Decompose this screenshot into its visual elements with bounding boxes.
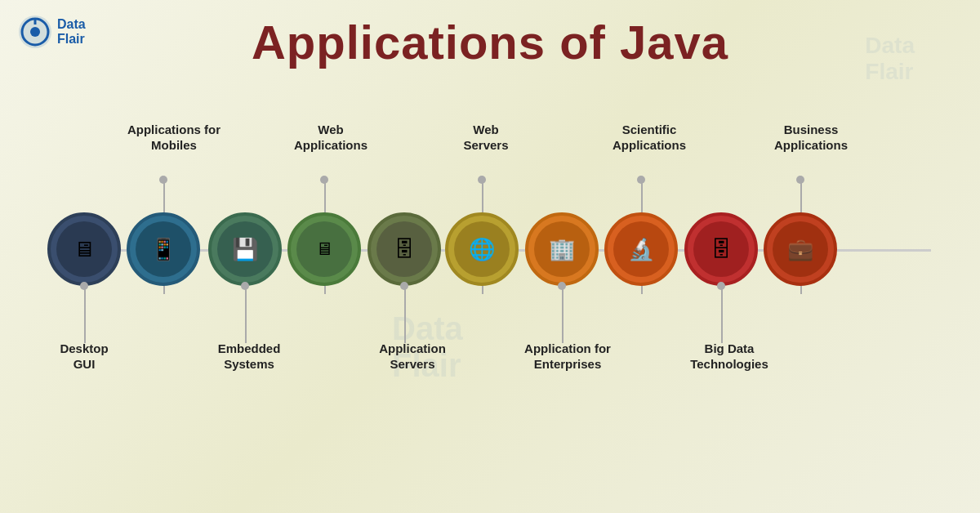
logo-data: Data <box>57 17 86 32</box>
node-icon-9: 💼 <box>773 221 828 277</box>
node-icon-8: 🗄 <box>693 221 749 277</box>
node-circle-6: 🏢 <box>525 212 599 286</box>
logo-flair: Flair <box>57 32 86 47</box>
node-circle-2: 💾 <box>208 212 282 286</box>
node-circle-5: 🌐 <box>445 212 519 286</box>
node-big-data: 🗄 <box>684 212 758 286</box>
dot-3-top <box>320 176 328 184</box>
vline-4-down <box>404 286 406 343</box>
node-icon-5: 🌐 <box>454 221 510 277</box>
node-icon-3: 🖥 <box>296 221 352 277</box>
dot-0 <box>80 282 88 290</box>
node-circle-7: 🔬 <box>604 212 678 286</box>
logo-text: Data Flair <box>57 17 86 46</box>
node-enterprises: 🏢 <box>525 212 599 286</box>
label-scientific: ScientificApplications <box>596 123 702 154</box>
dot-8 <box>717 282 725 290</box>
node-icon-1: 📱 <box>136 221 191 277</box>
dot-7-top <box>637 176 645 184</box>
label-web-apps: WebApplications <box>278 123 384 154</box>
label-desktop-gui: DesktopGUI <box>31 341 137 372</box>
logo-icon <box>18 15 52 49</box>
node-icon-0: 🖥 <box>56 221 112 277</box>
node-circle-0: 🖥 <box>47 212 121 286</box>
dot-4 <box>400 282 408 290</box>
vline-6-down <box>562 286 564 343</box>
node-circle-4: 🗄 <box>368 212 441 286</box>
main-title: Applications of Java <box>0 0 980 69</box>
node-icon-7: 🔬 <box>613 221 669 277</box>
node-scientific: 🔬 <box>604 212 678 286</box>
label-big-data: Big DataTechnologies <box>676 341 782 372</box>
node-desktop-gui: 🖥 <box>47 212 121 286</box>
node-circle-9: 💼 <box>764 212 837 286</box>
node-embedded: 💾 <box>208 212 282 286</box>
node-business-apps: 💼 <box>764 212 837 286</box>
dot-2 <box>241 282 249 290</box>
svg-point-2 <box>30 27 40 37</box>
logo: Data Flair <box>18 15 86 49</box>
node-icon-6: 🏢 <box>534 221 590 277</box>
dot-1-top <box>159 176 167 184</box>
dot-6 <box>558 282 566 290</box>
label-app-servers: ApplicationServers <box>359 341 466 372</box>
label-embedded: EmbeddedSystems <box>196 341 302 372</box>
node-web-apps: 🖥 <box>287 212 361 286</box>
node-circle-8: 🗄 <box>684 212 758 286</box>
node-circle-1: 📱 <box>127 212 200 286</box>
node-circle-3: 🖥 <box>287 212 361 286</box>
label-apps-mobiles: Applications forMobiles <box>121 123 227 154</box>
vline-8-down <box>721 286 723 343</box>
label-enterprises: Application forEnterprises <box>506 341 629 372</box>
node-icon-2: 💾 <box>217 221 273 277</box>
node-icon-4: 🗄 <box>376 221 432 277</box>
vline-0-down <box>84 286 86 343</box>
label-web-servers: WebServers <box>441 123 531 154</box>
label-business-apps: BusinessApplications <box>758 123 864 154</box>
dot-9-top <box>796 176 804 184</box>
diagram-area: DataFlair 🖥 DesktopGUI Applications forM… <box>0 98 980 513</box>
vline-2-down <box>245 286 247 343</box>
dot-5-top <box>478 176 486 184</box>
node-web-servers: 🌐 <box>445 212 519 286</box>
node-apps-mobiles: 📱 <box>127 212 200 286</box>
node-app-servers: 🗄 <box>368 212 441 286</box>
